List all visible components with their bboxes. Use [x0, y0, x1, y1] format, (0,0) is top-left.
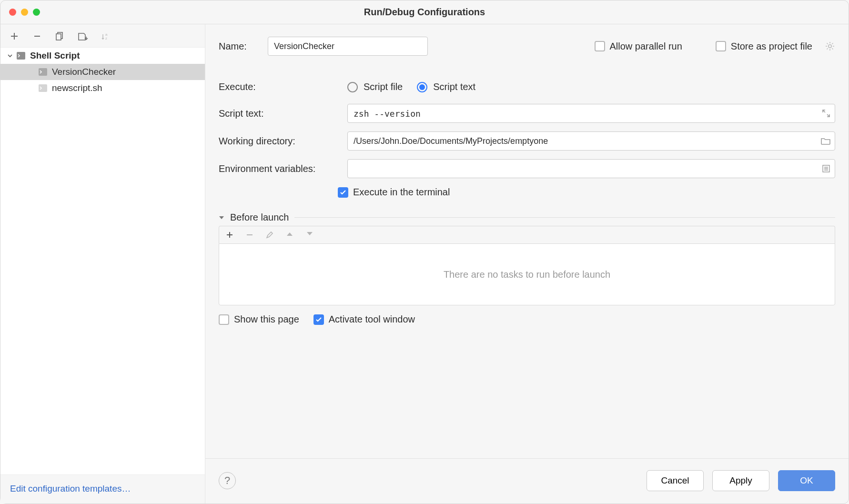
save-config-button[interactable]: [77, 30, 89, 42]
checkbox-icon: [716, 41, 726, 51]
move-up-task-button[interactable]: [286, 231, 293, 239]
execute-terminal-label: Execute in the terminal: [353, 187, 450, 198]
cancel-button[interactable]: Cancel: [647, 470, 704, 491]
remove-task-button[interactable]: [246, 231, 253, 239]
terminal-icon: [16, 51, 26, 60]
before-launch-section[interactable]: Before launch: [219, 212, 835, 223]
tree-item-label: newscript.sh: [52, 83, 102, 93]
svg-rect-4: [17, 52, 25, 60]
script-text-label: Script text:: [219, 108, 338, 119]
name-label: Name:: [219, 41, 247, 52]
tree-item-versionchecker[interactable]: VersionChecker: [0, 64, 205, 80]
run-debug-config-window: Run/Debug Configurations az: [0, 0, 849, 504]
close-window-button[interactable]: [9, 9, 16, 16]
execute-label: Execute:: [219, 81, 338, 92]
checkbox-checked-icon: [338, 187, 348, 198]
before-launch-toolbar: [219, 226, 835, 243]
execute-script-file-label: Script file: [364, 81, 403, 92]
store-project-gear-icon[interactable]: [825, 41, 835, 51]
copy-config-button[interactable]: [54, 30, 66, 42]
checkbox-checked-icon: [313, 314, 324, 325]
tree-item-label: VersionChecker: [52, 67, 116, 77]
before-launch-empty-text: There are no tasks to run before launch: [444, 269, 610, 280]
svg-rect-5: [39, 68, 47, 76]
tree-item-newscript[interactable]: newscript.sh: [0, 80, 205, 96]
execute-script-text-label: Script text: [433, 81, 475, 92]
move-down-task-button[interactable]: [306, 231, 313, 239]
terminal-icon: [38, 83, 48, 93]
allow-parallel-label: Allow parallel run: [610, 41, 682, 52]
configurations-sidebar: az Shell Script VersionC: [0, 24, 205, 504]
chevron-down-icon: [7, 53, 14, 59]
caret-down-icon: [219, 215, 224, 221]
ok-button[interactable]: OK: [778, 470, 835, 491]
activate-tool-window-checkbox[interactable]: Activate tool window: [313, 314, 415, 325]
folder-icon[interactable]: [821, 137, 830, 145]
sort-config-button[interactable]: az: [100, 30, 112, 42]
tree-root-label: Shell Script: [30, 50, 80, 61]
name-input[interactable]: [268, 37, 428, 56]
add-task-button[interactable]: [226, 231, 233, 239]
tree-root-shell-script[interactable]: Shell Script: [0, 48, 205, 64]
remove-config-button[interactable]: [31, 30, 43, 42]
before-launch-label: Before launch: [230, 212, 289, 223]
edit-task-button[interactable]: [266, 231, 273, 239]
zoom-window-button[interactable]: [33, 9, 40, 16]
apply-button[interactable]: Apply: [712, 470, 769, 491]
env-label: Environment variables:: [219, 163, 338, 174]
terminal-icon: [38, 67, 48, 77]
config-tree: Shell Script VersionChecker newscript.sh: [0, 47, 205, 475]
add-config-button[interactable]: [8, 30, 20, 42]
svg-rect-6: [39, 84, 47, 92]
expand-icon[interactable]: [822, 109, 830, 118]
help-button[interactable]: ?: [219, 472, 236, 489]
config-form: Name: Allow parallel run Store as projec…: [205, 24, 849, 504]
divider: [294, 217, 835, 218]
svg-rect-1: [56, 34, 61, 40]
store-project-label: Store as project file: [731, 41, 812, 52]
working-dir-input[interactable]: [347, 131, 835, 151]
env-input[interactable]: [347, 159, 835, 178]
edit-templates-link[interactable]: Edit configuration templates…: [10, 484, 131, 494]
before-launch-empty: There are no tasks to run before launch: [219, 243, 835, 305]
execute-terminal-checkbox[interactable]: Execute in the terminal: [338, 187, 450, 198]
list-icon[interactable]: [822, 164, 830, 173]
execute-script-text-radio[interactable]: [417, 82, 427, 92]
titlebar: Run/Debug Configurations: [0, 0, 849, 24]
show-this-page-checkbox[interactable]: Show this page: [219, 314, 299, 325]
activate-tool-window-label: Activate tool window: [329, 314, 415, 325]
store-project-checkbox[interactable]: Store as project file: [716, 41, 812, 52]
checkbox-icon: [595, 41, 605, 51]
svg-text:z: z: [105, 36, 107, 40]
minimize-window-button[interactable]: [21, 9, 28, 16]
working-dir-label: Working directory:: [219, 136, 338, 147]
checkbox-icon: [219, 314, 229, 325]
window-title: Run/Debug Configurations: [0, 7, 849, 18]
svg-point-7: [829, 45, 831, 48]
execute-script-file-radio[interactable]: [347, 82, 358, 92]
script-text-input[interactable]: [347, 104, 835, 123]
show-this-page-label: Show this page: [234, 314, 299, 325]
allow-parallel-checkbox[interactable]: Allow parallel run: [595, 41, 682, 52]
sidebar-toolbar: az: [0, 24, 205, 47]
window-controls: [0, 9, 40, 16]
